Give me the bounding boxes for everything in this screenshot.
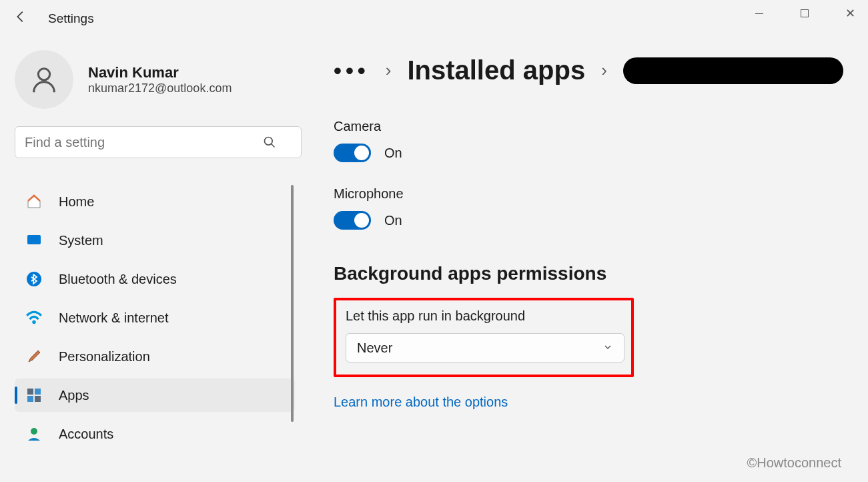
person-icon <box>29 64 59 95</box>
system-icon <box>25 232 43 249</box>
window-title: Settings <box>48 11 94 26</box>
learn-more-link[interactable]: Learn more about the options <box>334 395 508 410</box>
sidebar-item-network[interactable]: Network & internet <box>15 301 295 334</box>
sidebar-item-label: Network & internet <box>59 310 169 326</box>
chevron-right-icon: › <box>601 60 607 81</box>
profile-email: nkumar2172@outlook.com <box>88 81 232 95</box>
maximize-button[interactable] <box>793 4 816 23</box>
sidebar-item-personalization[interactable]: Personalization <box>15 340 295 373</box>
svg-rect-3 <box>27 235 41 244</box>
sidebar-item-bluetooth[interactable]: Bluetooth & devices <box>15 262 295 296</box>
microphone-state: On <box>384 213 402 228</box>
chevron-right-icon: › <box>386 60 392 81</box>
home-icon <box>25 193 43 210</box>
search-input[interactable] <box>15 126 302 158</box>
svg-rect-6 <box>27 389 33 395</box>
camera-state: On <box>384 146 402 161</box>
profile-block[interactable]: Navin Kumar nkumar2172@outlook.com <box>15 50 294 109</box>
svg-point-10 <box>31 428 37 435</box>
wifi-icon <box>25 309 43 326</box>
breadcrumb-current-redacted <box>623 57 843 84</box>
sidebar-item-label: Home <box>59 194 94 210</box>
watermark: ©Howtoconnect <box>747 455 841 471</box>
back-arrow-icon <box>13 9 28 24</box>
sidebar-item-label: Personalization <box>59 349 150 365</box>
background-run-select[interactable]: Never <box>346 333 624 363</box>
camera-label: Camera <box>334 119 848 134</box>
sidebar-item-label: Apps <box>59 388 89 403</box>
svg-line-2 <box>272 144 275 148</box>
background-run-value: Never <box>357 340 392 356</box>
svg-rect-7 <box>35 389 41 395</box>
sidebar-nav: Home System Bluetooth & devices Network … <box>15 185 294 451</box>
search-icon <box>263 136 276 152</box>
chevron-down-icon <box>602 340 613 356</box>
svg-point-1 <box>265 138 273 146</box>
sidebar-item-label: System <box>59 233 103 248</box>
microphone-toggle[interactable] <box>334 211 371 230</box>
camera-toggle[interactable] <box>334 144 371 162</box>
background-section-title: Background apps permissions <box>334 263 848 284</box>
profile-name: Navin Kumar <box>88 64 232 81</box>
sidebar-item-home[interactable]: Home <box>15 185 295 218</box>
accounts-icon <box>25 425 43 443</box>
avatar <box>15 50 73 109</box>
brush-icon <box>25 348 43 365</box>
close-button[interactable]: ✕ <box>839 4 861 23</box>
svg-rect-9 <box>35 396 41 402</box>
breadcrumb-overflow[interactable]: ••• <box>334 65 370 76</box>
svg-rect-8 <box>27 396 33 402</box>
sidebar-item-label: Accounts <box>59 427 113 442</box>
sidebar-item-label: Bluetooth & devices <box>59 272 177 287</box>
svg-point-0 <box>38 69 49 80</box>
back-button[interactable] <box>9 5 32 31</box>
minimize-button[interactable] <box>748 4 771 23</box>
sidebar-item-accounts[interactable]: Accounts <box>15 417 295 451</box>
sidebar-item-system[interactable]: System <box>15 224 295 257</box>
sidebar-item-apps[interactable]: Apps <box>15 379 295 412</box>
apps-icon <box>25 387 43 404</box>
bluetooth-icon <box>25 270 43 288</box>
microphone-label: Microphone <box>334 186 848 202</box>
svg-point-5 <box>32 320 35 324</box>
breadcrumb-parent[interactable]: Installed apps <box>407 55 585 85</box>
breadcrumb: ••• › Installed apps › <box>334 55 848 85</box>
background-run-label: Let this app run in background <box>346 308 622 324</box>
background-permission-highlight: Let this app run in background Never <box>334 298 634 377</box>
